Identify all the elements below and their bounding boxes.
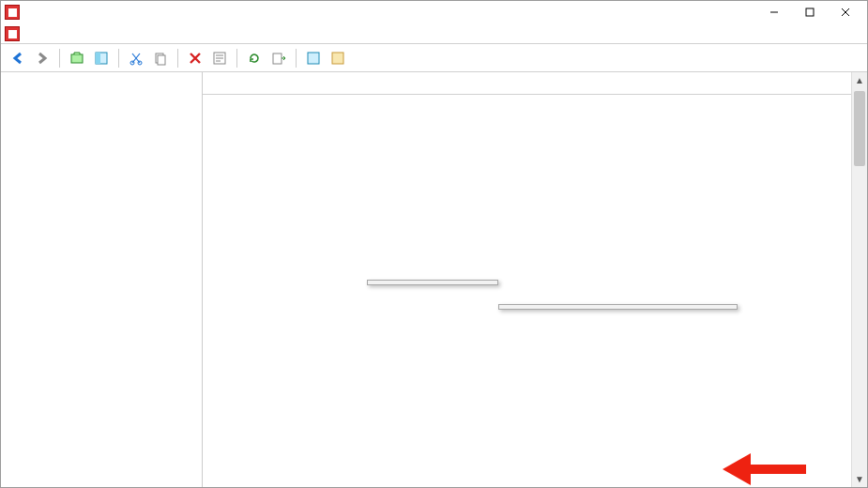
- svg-rect-0: [806, 8, 814, 16]
- svg-rect-1: [71, 54, 83, 63]
- title-bar: [1, 1, 867, 23]
- svg-rect-7: [158, 55, 165, 65]
- svg-rect-10: [308, 53, 319, 64]
- toolbar-separator: [296, 49, 297, 68]
- up-button[interactable]: [66, 47, 88, 69]
- scroll-thumb[interactable]: [854, 91, 865, 166]
- show-hide-tree-button[interactable]: [90, 47, 113, 69]
- context-submenu-all-tasks[interactable]: [498, 304, 738, 310]
- copy-button[interactable]: [149, 47, 172, 69]
- forward-button[interactable]: [31, 47, 53, 69]
- svg-rect-11: [332, 53, 343, 64]
- options-button[interactable]: [327, 47, 349, 69]
- svg-rect-3: [96, 53, 100, 64]
- toolbar-separator: [177, 49, 178, 68]
- annotation-arrow: [717, 446, 811, 488]
- cut-button[interactable]: [125, 47, 147, 69]
- menu-bar: [1, 23, 867, 44]
- app-icon: [5, 5, 20, 20]
- tree-pane[interactable]: [1, 72, 203, 487]
- scroll-up-icon[interactable]: ▲: [852, 72, 867, 88]
- list-pane[interactable]: ▲ ▼: [203, 72, 867, 487]
- toolbar: [1, 44, 867, 72]
- minimize-button[interactable]: [756, 2, 792, 23]
- toolbar-separator: [118, 49, 119, 68]
- toolbar-separator: [236, 49, 237, 68]
- export-list-button[interactable]: [267, 47, 290, 69]
- maximize-button[interactable]: [792, 2, 828, 23]
- properties-button[interactable]: [208, 47, 231, 69]
- refresh-button[interactable]: [243, 47, 266, 69]
- toolbar-separator: [59, 49, 60, 68]
- back-button[interactable]: [7, 47, 29, 69]
- context-menu[interactable]: [367, 280, 498, 285]
- help-button[interactable]: [302, 47, 325, 69]
- svg-rect-9: [273, 53, 282, 64]
- document-icon: [5, 26, 20, 41]
- delete-button[interactable]: [184, 47, 206, 69]
- list-header: [203, 72, 867, 95]
- scroll-down-icon[interactable]: ▼: [852, 471, 867, 487]
- close-button[interactable]: [828, 2, 863, 23]
- vertical-scrollbar[interactable]: ▲ ▼: [851, 72, 867, 487]
